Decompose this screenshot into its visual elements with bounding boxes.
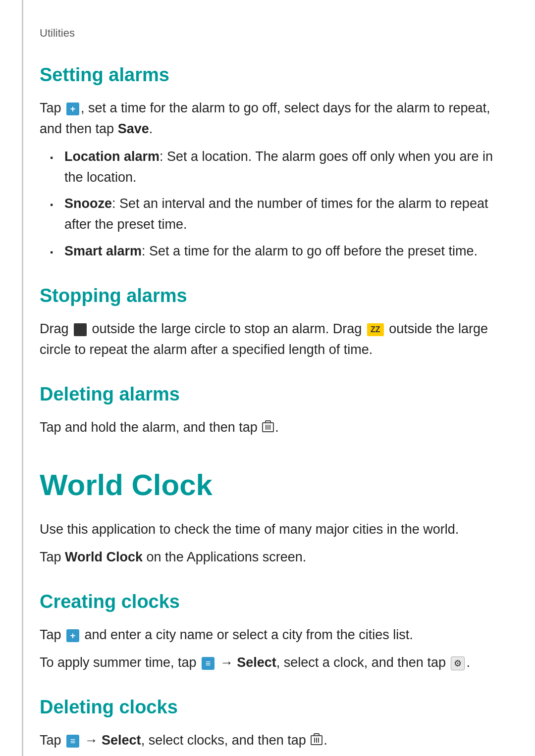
- deleting-alarms-section: Deleting alarms Tap and hold the alarm, …: [40, 380, 495, 439]
- list-item-location-alarm: Location alarm: Set a location. The alar…: [50, 147, 495, 188]
- world-clock-app-label: World Clock: [65, 550, 143, 564]
- zz-icon: ZZ: [367, 323, 384, 336]
- setting-alarms-title: Setting alarms: [40, 61, 495, 89]
- setting-alarms-section: Setting alarms Tap +, set a time for the…: [40, 61, 495, 262]
- svg-rect-1: [266, 421, 270, 423]
- gear-icon: ⚙: [451, 656, 465, 670]
- menu-icon-2: ≡: [66, 735, 79, 748]
- location-alarm-label: Location alarm: [64, 149, 160, 164]
- svg-rect-6: [314, 734, 319, 736]
- snooze-label: Snooze: [64, 196, 112, 211]
- deleting-alarms-text: Tap and hold the alarm, and then tap .: [40, 417, 495, 439]
- deleting-clocks-text: Tap ≡ → Select, select clocks, and then …: [40, 730, 495, 752]
- trash-icon: [262, 418, 274, 439]
- menu-icon: ≡: [202, 657, 214, 670]
- stopping-alarms-section: Stopping alarms Drag outside the large c…: [40, 282, 495, 360]
- breadcrumb: Utilities: [40, 25, 495, 41]
- select-label-2: Select: [102, 733, 141, 748]
- world-clock-desc1: Use this application to check the time o…: [40, 519, 495, 540]
- plus-icon: +: [66, 102, 79, 115]
- select-label-1: Select: [237, 655, 276, 670]
- trash-icon-2: [311, 731, 322, 752]
- save-label: Save: [118, 121, 149, 136]
- stopping-alarms-title: Stopping alarms: [40, 282, 495, 310]
- world-clock-title: World Clock: [40, 463, 495, 507]
- creating-clocks-text2: To apply summer time, tap ≡ → Select, se…: [40, 653, 495, 673]
- list-item-snooze: Snooze: Set an interval and the number o…: [50, 194, 495, 235]
- world-clock-section: World Clock Use this application to chec…: [40, 463, 495, 568]
- creating-clocks-text1: Tap + and enter a city name or select a …: [40, 625, 495, 646]
- smart-alarm-label: Smart alarm: [64, 244, 142, 258]
- page-border: [22, 0, 23, 756]
- plus-icon-2: +: [66, 629, 79, 642]
- deleting-alarms-title: Deleting alarms: [40, 380, 495, 408]
- list-item-smart-alarm: Smart alarm: Set a time for the alarm to…: [50, 241, 495, 262]
- stopping-alarms-text: Drag outside the large circle to stop an…: [40, 319, 495, 360]
- creating-clocks-title: Creating clocks: [40, 588, 495, 616]
- setting-alarms-list: Location alarm: Set a location. The alar…: [50, 147, 495, 262]
- stop-icon: [74, 323, 87, 336]
- creating-clocks-section: Creating clocks Tap + and enter a city n…: [40, 588, 495, 673]
- deleting-clocks-section: Deleting clocks Tap ≡ → Select, select c…: [40, 693, 495, 752]
- setting-alarms-intro: Tap +, set a time for the alarm to go of…: [40, 98, 495, 140]
- deleting-clocks-title: Deleting clocks: [40, 693, 495, 721]
- world-clock-desc2: Tap World Clock on the Applications scre…: [40, 547, 495, 568]
